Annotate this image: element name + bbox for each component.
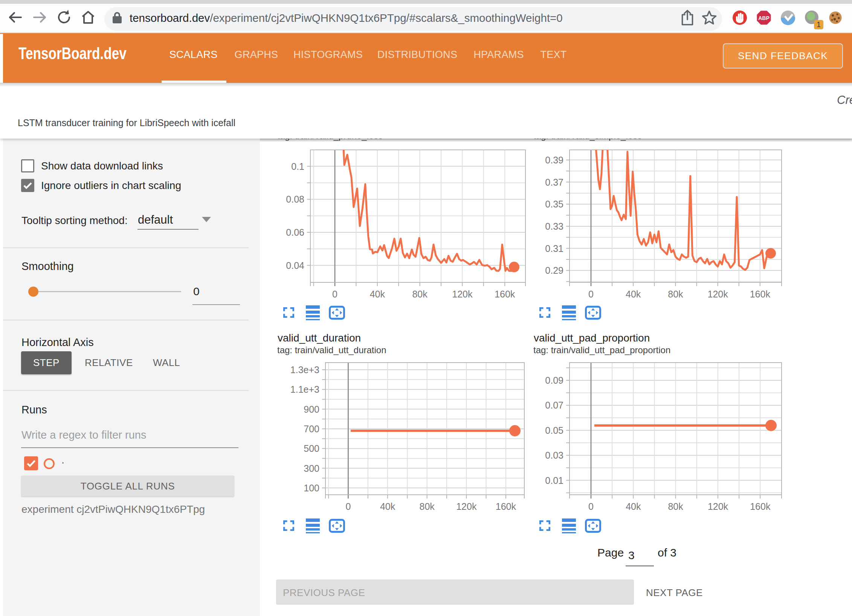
svg-text:1.3e+3: 1.3e+3 [290, 364, 319, 375]
svg-text:160k: 160k [495, 289, 515, 299]
svg-text:80k: 80k [668, 501, 683, 512]
svg-text:0.08: 0.08 [286, 194, 304, 204]
svg-text:160k: 160k [750, 501, 771, 512]
svg-text:120k: 120k [708, 501, 728, 512]
svg-text:0.04: 0.04 [286, 260, 304, 271]
svg-text:0.31: 0.31 [545, 243, 563, 254]
svg-text:0: 0 [332, 289, 337, 299]
svg-text:0.06: 0.06 [286, 227, 304, 238]
svg-text:0.35: 0.35 [545, 199, 563, 209]
svg-text:120k: 120k [452, 289, 473, 299]
svg-text:120k: 120k [456, 501, 477, 512]
svg-text:40k: 40k [626, 289, 641, 299]
svg-text:0.05: 0.05 [545, 425, 563, 436]
svg-text:40k: 40k [370, 289, 385, 299]
svg-text:0: 0 [346, 501, 351, 512]
svg-text:80k: 80k [668, 289, 683, 299]
svg-text:0.03: 0.03 [545, 450, 563, 460]
svg-text:120k: 120k [707, 289, 728, 299]
svg-text:40k: 40k [380, 501, 395, 512]
svg-text:0.29: 0.29 [545, 265, 563, 276]
svg-text:160k: 160k [750, 289, 771, 299]
svg-text:0.01: 0.01 [545, 475, 563, 486]
svg-text:40k: 40k [626, 501, 641, 512]
svg-text:0.1: 0.1 [291, 161, 304, 172]
svg-text:80k: 80k [412, 289, 428, 299]
svg-text:0.09: 0.09 [545, 375, 563, 386]
svg-text:0: 0 [588, 501, 594, 512]
svg-text:0.37: 0.37 [545, 177, 563, 188]
svg-text:1.1e+3: 1.1e+3 [290, 384, 319, 395]
svg-text:0: 0 [588, 289, 594, 299]
svg-text:700: 700 [304, 424, 319, 434]
svg-text:80k: 80k [420, 501, 435, 512]
svg-text:500: 500 [304, 443, 319, 454]
svg-text:100: 100 [304, 483, 319, 493]
svg-text:160k: 160k [496, 501, 516, 512]
svg-text:0.33: 0.33 [545, 221, 563, 232]
svg-text:300: 300 [304, 463, 319, 474]
svg-text:900: 900 [304, 404, 319, 415]
svg-text:0.07: 0.07 [545, 400, 563, 410]
svg-text:0.39: 0.39 [545, 155, 563, 165]
